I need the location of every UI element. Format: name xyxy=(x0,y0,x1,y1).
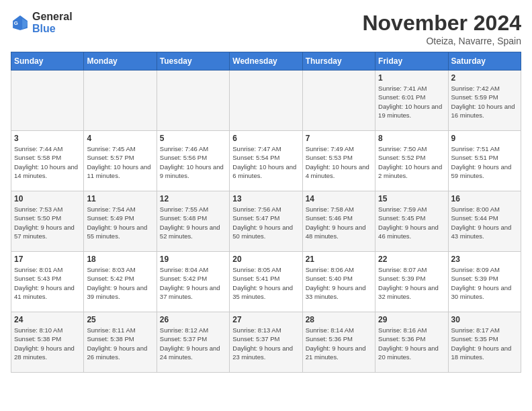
calendar-cell: 30Sunrise: 8:17 AM Sunset: 5:35 PM Dayli… xyxy=(448,312,521,373)
day-info: Sunrise: 7:58 AM Sunset: 5:46 PM Dayligh… xyxy=(306,205,372,240)
calendar-cell: 14Sunrise: 7:58 AM Sunset: 5:46 PM Dayli… xyxy=(302,191,375,252)
calendar-week-2: 3Sunrise: 7:44 AM Sunset: 5:58 PM Daylig… xyxy=(11,131,521,191)
day-number: 21 xyxy=(306,255,372,264)
day-number: 7 xyxy=(306,134,372,143)
calendar-week-3: 10Sunrise: 7:53 AM Sunset: 5:50 PM Dayli… xyxy=(11,191,521,252)
day-number: 22 xyxy=(378,255,445,264)
calendar-cell: 23Sunrise: 8:09 AM Sunset: 5:39 PM Dayli… xyxy=(448,252,521,312)
calendar-week-1: 1Sunrise: 7:41 AM Sunset: 6:01 PM Daylig… xyxy=(11,71,521,131)
day-number: 30 xyxy=(451,315,518,324)
day-info: Sunrise: 7:53 AM Sunset: 5:50 PM Dayligh… xyxy=(14,205,81,240)
calendar-cell: 13Sunrise: 7:56 AM Sunset: 5:47 PM Dayli… xyxy=(230,191,302,252)
day-info: Sunrise: 8:05 AM Sunset: 5:41 PM Dayligh… xyxy=(232,265,299,301)
weekday-header-sunday: Sunday xyxy=(11,52,84,71)
day-info: Sunrise: 7:55 AM Sunset: 5:48 PM Dayligh… xyxy=(160,205,226,240)
calendar-cell: 12Sunrise: 7:55 AM Sunset: 5:48 PM Dayli… xyxy=(157,191,229,252)
calendar-cell: 17Sunrise: 8:01 AM Sunset: 5:43 PM Dayli… xyxy=(11,252,84,312)
day-info: Sunrise: 7:51 AM Sunset: 5:51 PM Dayligh… xyxy=(451,144,518,180)
day-number: 14 xyxy=(306,194,372,203)
calendar-cell: 8Sunrise: 7:50 AM Sunset: 5:52 PM Daylig… xyxy=(375,131,448,191)
day-number: 15 xyxy=(378,194,445,203)
day-info: Sunrise: 7:49 AM Sunset: 5:53 PM Dayligh… xyxy=(306,144,372,180)
calendar-cell: 11Sunrise: 7:54 AM Sunset: 5:49 PM Dayli… xyxy=(84,191,157,252)
day-info: Sunrise: 7:45 AM Sunset: 5:57 PM Dayligh… xyxy=(87,144,153,180)
calendar-cell: 22Sunrise: 8:07 AM Sunset: 5:39 PM Dayli… xyxy=(375,252,448,312)
day-number: 13 xyxy=(232,194,299,203)
day-info: Sunrise: 8:07 AM Sunset: 5:39 PM Dayligh… xyxy=(378,265,445,301)
day-number: 19 xyxy=(160,255,226,264)
logo-text: General Blue xyxy=(32,11,73,35)
day-number: 17 xyxy=(14,255,81,264)
calendar-cell: 9Sunrise: 7:51 AM Sunset: 5:51 PM Daylig… xyxy=(448,131,521,191)
day-info: Sunrise: 7:46 AM Sunset: 5:56 PM Dayligh… xyxy=(160,144,226,180)
day-number: 6 xyxy=(232,134,299,143)
day-info: Sunrise: 8:10 AM Sunset: 5:38 PM Dayligh… xyxy=(14,326,81,361)
page-header: G General Blue November 2024 Oteiza, Nav… xyxy=(11,11,521,46)
day-info: Sunrise: 8:14 AM Sunset: 5:36 PM Dayligh… xyxy=(306,326,372,361)
day-info: Sunrise: 8:12 AM Sunset: 5:37 PM Dayligh… xyxy=(160,326,226,361)
day-info: Sunrise: 7:50 AM Sunset: 5:52 PM Dayligh… xyxy=(378,144,445,180)
svg-text:G: G xyxy=(14,20,18,26)
calendar-cell: 28Sunrise: 8:14 AM Sunset: 5:36 PM Dayli… xyxy=(302,312,375,373)
weekday-header-row: SundayMondayTuesdayWednesdayThursdayFrid… xyxy=(11,52,521,71)
day-info: Sunrise: 8:09 AM Sunset: 5:39 PM Dayligh… xyxy=(451,265,518,301)
day-number: 12 xyxy=(160,194,226,203)
day-number: 16 xyxy=(451,194,518,203)
day-number: 26 xyxy=(160,315,226,324)
day-info: Sunrise: 7:44 AM Sunset: 5:58 PM Dayligh… xyxy=(14,144,81,180)
day-info: Sunrise: 8:16 AM Sunset: 5:36 PM Dayligh… xyxy=(378,326,445,361)
weekday-header-wednesday: Wednesday xyxy=(230,52,302,71)
weekday-header-tuesday: Tuesday xyxy=(157,52,229,71)
weekday-header-saturday: Saturday xyxy=(448,52,521,71)
calendar-cell xyxy=(157,71,229,131)
calendar-cell xyxy=(84,71,157,131)
day-info: Sunrise: 8:13 AM Sunset: 5:37 PM Dayligh… xyxy=(232,326,299,361)
calendar-cell xyxy=(302,71,375,131)
logo-icon: G xyxy=(11,13,30,32)
calendar-body: 1Sunrise: 7:41 AM Sunset: 6:01 PM Daylig… xyxy=(11,71,521,373)
day-info: Sunrise: 8:11 AM Sunset: 5:38 PM Dayligh… xyxy=(87,326,153,361)
calendar-cell: 26Sunrise: 8:12 AM Sunset: 5:37 PM Dayli… xyxy=(157,312,229,373)
day-number: 29 xyxy=(378,315,445,324)
day-number: 4 xyxy=(87,134,153,143)
day-info: Sunrise: 7:41 AM Sunset: 6:01 PM Dayligh… xyxy=(378,84,445,120)
calendar-cell: 19Sunrise: 8:04 AM Sunset: 5:42 PM Dayli… xyxy=(157,252,229,312)
calendar-cell: 15Sunrise: 7:59 AM Sunset: 5:45 PM Dayli… xyxy=(375,191,448,252)
calendar-cell xyxy=(11,71,84,131)
day-info: Sunrise: 7:56 AM Sunset: 5:47 PM Dayligh… xyxy=(232,205,299,240)
day-info: Sunrise: 8:06 AM Sunset: 5:40 PM Dayligh… xyxy=(306,265,372,301)
calendar-cell: 1Sunrise: 7:41 AM Sunset: 6:01 PM Daylig… xyxy=(375,71,448,131)
calendar-week-5: 24Sunrise: 8:10 AM Sunset: 5:38 PM Dayli… xyxy=(11,312,521,373)
calendar-header: SundayMondayTuesdayWednesdayThursdayFrid… xyxy=(11,52,521,71)
day-info: Sunrise: 8:00 AM Sunset: 5:44 PM Dayligh… xyxy=(451,205,518,240)
weekday-header-thursday: Thursday xyxy=(302,52,375,71)
month-title: November 2024 xyxy=(362,11,521,36)
calendar-cell: 25Sunrise: 8:11 AM Sunset: 5:38 PM Dayli… xyxy=(84,312,157,373)
weekday-header-friday: Friday xyxy=(375,52,448,71)
day-info: Sunrise: 8:17 AM Sunset: 5:35 PM Dayligh… xyxy=(451,326,518,361)
day-number: 28 xyxy=(306,315,372,324)
calendar-cell: 27Sunrise: 8:13 AM Sunset: 5:37 PM Dayli… xyxy=(230,312,302,373)
day-number: 1 xyxy=(378,73,445,83)
day-number: 3 xyxy=(14,134,81,143)
day-number: 2 xyxy=(451,73,518,83)
calendar-cell: 18Sunrise: 8:03 AM Sunset: 5:42 PM Dayli… xyxy=(84,252,157,312)
calendar-cell: 16Sunrise: 8:00 AM Sunset: 5:44 PM Dayli… xyxy=(448,191,521,252)
calendar-cell: 6Sunrise: 7:47 AM Sunset: 5:54 PM Daylig… xyxy=(230,131,302,191)
day-number: 18 xyxy=(87,255,153,264)
calendar-cell: 7Sunrise: 7:49 AM Sunset: 5:53 PM Daylig… xyxy=(302,131,375,191)
calendar-cell: 24Sunrise: 8:10 AM Sunset: 5:38 PM Dayli… xyxy=(11,312,84,373)
day-number: 9 xyxy=(451,134,518,143)
day-number: 20 xyxy=(232,255,299,264)
calendar-cell: 21Sunrise: 8:06 AM Sunset: 5:40 PM Dayli… xyxy=(302,252,375,312)
day-info: Sunrise: 7:42 AM Sunset: 5:59 PM Dayligh… xyxy=(451,84,518,120)
calendar-cell xyxy=(230,71,302,131)
day-number: 11 xyxy=(87,194,153,203)
calendar-cell: 10Sunrise: 7:53 AM Sunset: 5:50 PM Dayli… xyxy=(11,191,84,252)
calendar-cell: 4Sunrise: 7:45 AM Sunset: 5:57 PM Daylig… xyxy=(84,131,157,191)
day-info: Sunrise: 7:59 AM Sunset: 5:45 PM Dayligh… xyxy=(378,205,445,240)
day-info: Sunrise: 8:01 AM Sunset: 5:43 PM Dayligh… xyxy=(14,265,81,301)
calendar-cell: 5Sunrise: 7:46 AM Sunset: 5:56 PM Daylig… xyxy=(157,131,229,191)
day-number: 23 xyxy=(451,255,518,264)
calendar-cell: 2Sunrise: 7:42 AM Sunset: 5:59 PM Daylig… xyxy=(448,71,521,131)
